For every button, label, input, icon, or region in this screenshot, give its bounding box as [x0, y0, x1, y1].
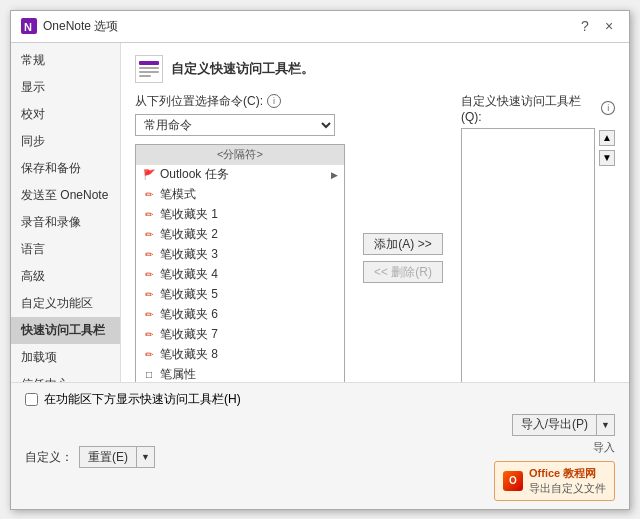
- sidebar-item-ribbon[interactable]: 自定义功能区: [11, 290, 120, 317]
- list-item-outlook[interactable]: 🚩 Outlook 任务 ▶: [136, 165, 344, 185]
- office-badge-content: Office 教程网 导出自定义文件: [529, 466, 606, 496]
- sidebar-item-display[interactable]: 显示: [11, 74, 120, 101]
- sidebar-item-language[interactable]: 语言: [11, 236, 120, 263]
- sidebar-item-advanced[interactable]: 高级: [11, 263, 120, 290]
- export-row: 导入: [593, 440, 615, 455]
- svg-rect-5: [139, 75, 151, 77]
- svg-rect-3: [139, 67, 159, 69]
- toolbar-customize-icon: [135, 55, 163, 83]
- import-label: 导入: [593, 440, 615, 455]
- from-label-row: 从下列位置选择命令(C): i: [135, 93, 345, 110]
- command-source-select[interactable]: 常用命令 所有命令 文件选项卡: [135, 114, 335, 136]
- pen-icon-penmode: ✏: [142, 188, 156, 202]
- office-badge: O Office 教程网 导出自定义文件: [494, 461, 615, 501]
- sidebar-item-sync[interactable]: 同步: [11, 128, 120, 155]
- sidebar-item-audio[interactable]: 录音和录像: [11, 209, 120, 236]
- sidebar: 常规 显示 校对 同步 保存和备份 发送至 OneNote 录音和录像 语言 高…: [11, 43, 121, 382]
- svg-rect-2: [139, 61, 159, 65]
- onenote-icon: N: [21, 18, 37, 34]
- show-below-ribbon-checkbox[interactable]: [25, 393, 38, 406]
- list-item-pen1[interactable]: ✏ 笔收藏夹 1: [136, 205, 344, 225]
- main-content: 自定义快速访问工具栏。 从下列位置选择命令(C): i 常用命令 所有命令 文件…: [121, 43, 629, 382]
- reset-dropdown[interactable]: 重置(E) ▼: [79, 446, 155, 468]
- move-up-button[interactable]: ▲: [599, 130, 615, 146]
- right-section: 自定义快速访问工具栏(Q): i ▲ ▼ 修改(M)...: [461, 93, 615, 382]
- footer-area: 在功能区下方显示快速访问工具栏(H) 自定义： 重置(E) ▼ 导入/导出(P)…: [11, 382, 629, 509]
- import-export-dropdown[interactable]: 导入/导出(P) ▼: [512, 414, 615, 436]
- sidebar-item-general[interactable]: 常规: [11, 47, 120, 74]
- pen-icon-3: ✏: [142, 248, 156, 262]
- list-item-pen3[interactable]: ✏ 笔收藏夹 3: [136, 245, 344, 265]
- from-info-icon[interactable]: i: [267, 94, 281, 108]
- pen-icon-8: ✏: [142, 348, 156, 362]
- left-section: 从下列位置选择命令(C): i 常用命令 所有命令 文件选项卡 <分隔符>: [135, 93, 345, 382]
- office-badge-sub: 导出自定义文件: [529, 481, 606, 496]
- two-col-layout: 从下列位置选择命令(C): i 常用命令 所有命令 文件选项卡 <分隔符>: [135, 93, 615, 382]
- section-header: 自定义快速访问工具栏。: [135, 55, 615, 83]
- square-icon: □: [142, 368, 156, 382]
- dialog-body: 常规 显示 校对 同步 保存和备份 发送至 OneNote 录音和录像 语言 高…: [11, 43, 629, 382]
- bottom-left: 自定义： 重置(E) ▼: [25, 446, 155, 468]
- pen-icon-2: ✏: [142, 228, 156, 242]
- arrow-right-icon: ▶: [331, 170, 338, 180]
- list-item-penmode[interactable]: ✏ 笔模式: [136, 185, 344, 205]
- svg-rect-4: [139, 71, 159, 73]
- flag-icon: 🚩: [142, 168, 156, 182]
- list-item-penprop[interactable]: □ 笔属性: [136, 365, 344, 382]
- svg-text:N: N: [24, 21, 32, 33]
- from-label: 从下列位置选择命令(C):: [135, 93, 263, 110]
- list-item-pen6[interactable]: ✏ 笔收藏夹 6: [136, 305, 344, 325]
- list-item-pen4[interactable]: ✏ 笔收藏夹 4: [136, 265, 344, 285]
- list-item-pen8[interactable]: ✏ 笔收藏夹 8: [136, 345, 344, 365]
- list-item-separator[interactable]: <分隔符>: [136, 145, 344, 165]
- move-down-button[interactable]: ▼: [599, 150, 615, 166]
- sidebar-item-save[interactable]: 保存和备份: [11, 155, 120, 182]
- pen-icon-5: ✏: [142, 288, 156, 302]
- sidebar-item-trustcenter[interactable]: 信任中心: [11, 371, 120, 382]
- import-export-arrow[interactable]: ▼: [597, 415, 614, 435]
- remove-button[interactable]: << 删除(R): [363, 261, 443, 283]
- right-info-icon[interactable]: i: [601, 101, 615, 115]
- reset-btn-label[interactable]: 重置(E): [80, 447, 137, 467]
- import-export-label[interactable]: 导入/导出(P): [513, 415, 597, 435]
- close-button[interactable]: ×: [599, 16, 619, 36]
- middle-buttons: 添加(A) >> << 删除(R): [355, 93, 451, 382]
- pen-icon-1: ✏: [142, 208, 156, 222]
- customize-label: 自定义：: [25, 449, 73, 466]
- command-list[interactable]: <分隔符> 🚩 Outlook 任务 ▶ ✏ 笔模式: [135, 144, 345, 382]
- bottom-actions: 自定义： 重置(E) ▼ 导入/导出(P) ▼ 导入 O Of: [25, 414, 615, 501]
- options-dialog: N OneNote 选项 ? × 常规 显示 校对 同步 保存和备份 发送至 O…: [10, 10, 630, 510]
- checkbox-row: 在功能区下方显示快速访问工具栏(H): [25, 391, 615, 408]
- right-area: ▲ ▼: [461, 128, 615, 382]
- office-logo-icon: O: [503, 471, 523, 491]
- dropdown-row: 常用命令 所有命令 文件选项卡: [135, 114, 345, 136]
- pen-icon-4: ✏: [142, 268, 156, 282]
- right-label-text: 自定义快速访问工具栏(Q):: [461, 93, 597, 124]
- sidebar-item-proofing[interactable]: 校对: [11, 101, 120, 128]
- help-button[interactable]: ?: [575, 16, 595, 36]
- sidebar-item-quickaccess[interactable]: 快速访问工具栏: [11, 317, 120, 344]
- import-export-section: 导入/导出(P) ▼ 导入 O Office 教程网 导出自定义文件: [494, 414, 615, 501]
- reset-dropdown-arrow[interactable]: ▼: [137, 447, 154, 467]
- title-bar-left: N OneNote 选项: [21, 18, 118, 35]
- pen-icon-7: ✏: [142, 328, 156, 342]
- quickaccess-list[interactable]: [461, 128, 595, 382]
- right-label-row: 自定义快速访问工具栏(Q): i: [461, 93, 615, 124]
- section-title-text: 自定义快速访问工具栏。: [171, 60, 314, 78]
- list-item-pen7[interactable]: ✏ 笔收藏夹 7: [136, 325, 344, 345]
- pen-icon-6: ✏: [142, 308, 156, 322]
- dialog-title: OneNote 选项: [43, 18, 118, 35]
- list-item-pen5[interactable]: ✏ 笔收藏夹 5: [136, 285, 344, 305]
- add-button[interactable]: 添加(A) >>: [363, 233, 443, 255]
- title-bar-buttons: ? ×: [575, 16, 619, 36]
- up-down-controls: ▲ ▼: [599, 128, 615, 382]
- sidebar-item-addins[interactable]: 加载项: [11, 344, 120, 371]
- title-bar: N OneNote 选项 ? ×: [11, 11, 629, 43]
- checkbox-label[interactable]: 在功能区下方显示快速访问工具栏(H): [44, 391, 241, 408]
- list-item-pen2[interactable]: ✏ 笔收藏夹 2: [136, 225, 344, 245]
- office-badge-title: Office 教程网: [529, 466, 606, 481]
- sidebar-item-send[interactable]: 发送至 OneNote: [11, 182, 120, 209]
